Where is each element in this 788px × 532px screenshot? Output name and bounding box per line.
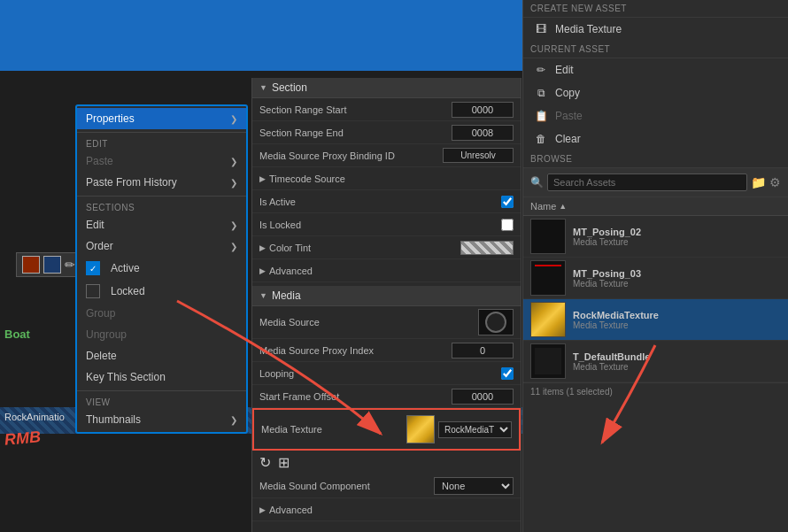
section-range-start-input[interactable] <box>452 102 514 118</box>
delete-menu-item[interactable]: Delete <box>77 345 246 366</box>
paste-from-history-menu-item[interactable]: Paste From History ❯ <box>77 172 246 193</box>
paste-asset-item[interactable]: 📋 Paste <box>523 104 788 127</box>
properties-menu-item[interactable]: Properties ❯ <box>77 108 246 129</box>
divider-3 <box>77 390 246 391</box>
search-icon: 🔍 <box>530 176 544 189</box>
brush-tools-bar: ✏ <box>16 252 81 277</box>
media-sound-dropdown[interactable]: None <box>434 477 514 495</box>
color-tint-swatch[interactable] <box>460 241 514 255</box>
media-texture-link-icon[interactable]: ⊞ <box>278 454 290 471</box>
asset-type-4: Media Texture <box>573 362 781 372</box>
media-texture-create-item[interactable]: 🎞 Media Texture <box>523 18 788 41</box>
group-menu-item[interactable]: Group <box>77 303 246 324</box>
timeline-rmb-label: RMB <box>4 428 42 449</box>
folder-icon[interactable]: 📁 <box>751 175 766 189</box>
asset-panel: CREATE NEW ASSET 🎞 Media Texture CURRENT… <box>522 0 788 532</box>
edit-asset-label: Edit <box>555 64 574 76</box>
asset-thumb-img-1 <box>535 223 561 250</box>
media-texture-buttons: ↻ ⊞ <box>252 451 521 474</box>
order-arrow: ❯ <box>230 242 237 251</box>
copy-asset-item[interactable]: ⧉ Copy <box>523 81 788 104</box>
locked-checkbox[interactable] <box>86 284 100 298</box>
asset-info-4: T_DefaultBundle Media Texture <box>573 351 781 372</box>
start-frame-offset-input[interactable] <box>452 389 514 405</box>
advanced-row-1: ▶ Advanced <box>252 259 521 282</box>
section-range-start-label: Section Range Start <box>259 104 452 115</box>
asset-thumb-img-2 <box>535 265 561 291</box>
asset-type-2: Media Texture <box>573 279 781 289</box>
edit-arrow: ❯ <box>230 220 237 230</box>
asset-thumb-3 <box>530 302 566 337</box>
edit-asset-icon: ✏ <box>534 63 548 77</box>
section-header-label: Section <box>272 81 307 94</box>
timecode-triangle: ▶ <box>259 174 266 183</box>
thumbnails-menu-item[interactable]: Thumbnails ❯ <box>77 409 246 430</box>
looping-label: Looping <box>259 368 501 379</box>
name-label: Name <box>530 201 556 212</box>
asset-info-2: MT_Posing_03 Media Texture <box>573 268 781 289</box>
clear-asset-label: Clear <box>555 133 581 145</box>
asset-name-3: RockMediaTexture <box>573 310 781 320</box>
ungroup-menu-item[interactable]: Ungroup <box>77 324 246 345</box>
section-range-end-row: Section Range End <box>252 121 521 144</box>
search-input[interactable] <box>547 173 747 191</box>
order-menu-item[interactable]: Order ❯ <box>77 235 246 257</box>
media-source-proxy-index-input[interactable] <box>452 343 514 359</box>
media-source-proxy-row: Media Source Proxy Binding ID <box>252 144 521 167</box>
asset-row-3[interactable]: RockMediaTexture Media Texture <box>523 299 788 341</box>
media-source-thumb[interactable] <box>478 309 514 335</box>
asset-type-1: Media Texture <box>573 237 781 247</box>
color-swatch-red[interactable] <box>22 256 40 274</box>
active-checkbox[interactable]: ✓ <box>86 261 100 275</box>
paste-asset-label: Paste <box>555 110 583 122</box>
section-range-start-row: Section Range Start <box>252 98 521 121</box>
locked-menu-item[interactable]: Locked <box>77 280 246 303</box>
blue-background <box>0 0 522 71</box>
advanced-label-1: Advanced <box>269 266 514 276</box>
timecode-source-row: ▶ Timecode Source <box>252 167 521 190</box>
asset-name-1: MT_Posing_02 <box>573 227 781 237</box>
paste-asset-icon: 📋 <box>534 109 548 123</box>
edit-section-label: EDIT <box>77 135 246 150</box>
is-active-checkbox[interactable] <box>501 196 514 208</box>
is-locked-checkbox[interactable] <box>501 219 514 231</box>
media-texture-dropdown[interactable]: RockMediaT <box>438 421 512 438</box>
asset-row-4[interactable]: T_DefaultBundle Media Texture <box>523 341 788 382</box>
media-source-proxy-index-row: Media Source Proxy Index <box>252 339 521 362</box>
color-tint-label: Color Tint <box>269 243 460 253</box>
edit-menu-item[interactable]: Edit ❯ <box>77 214 246 235</box>
key-this-section-menu-item[interactable]: Key This Section <box>77 366 246 388</box>
media-section-header: ▼ Media <box>252 286 521 306</box>
pencil-icon[interactable]: ✏ <box>65 258 75 272</box>
section-range-end-label: Section Range End <box>259 127 452 138</box>
media-source-disk <box>485 312 506 333</box>
media-texture-refresh-icon[interactable]: ↻ <box>259 454 271 471</box>
view-section-label: VIEW <box>77 394 246 409</box>
media-texture-create-icon: 🎞 <box>534 22 548 36</box>
media-source-proxy-input[interactable] <box>443 148 514 163</box>
clear-asset-item[interactable]: 🗑 Clear <box>523 127 788 150</box>
edit-asset-item[interactable]: ✏ Edit <box>523 58 788 81</box>
timeline-rock-label: RockAnimatio <box>4 412 65 422</box>
start-frame-offset-label: Start Frame Offset <box>259 391 452 402</box>
section-header: ▼ Section <box>252 78 521 98</box>
advanced-row-2: ▶ Advanced <box>252 498 521 521</box>
asset-info-3: RockMediaTexture Media Texture <box>573 310 781 330</box>
color-tint-row: ▶ Color Tint <box>252 236 521 259</box>
start-frame-offset-row: Start Frame Offset <box>252 385 521 408</box>
active-menu-item[interactable]: ✓ Active <box>77 257 246 280</box>
color-tint-triangle: ▶ <box>259 243 266 252</box>
media-source-proxy-label: Media Source Proxy Binding ID <box>259 150 443 161</box>
media-source-row: Media Source <box>252 306 521 339</box>
looping-checkbox[interactable] <box>501 367 514 380</box>
paste-menu-item[interactable]: Paste ❯ <box>77 150 246 172</box>
asset-row-1[interactable]: MT_Posing_02 Media Texture <box>523 216 788 258</box>
color-swatch-blue[interactable] <box>43 256 61 274</box>
asset-type-3: Media Texture <box>573 320 781 330</box>
settings-icon[interactable]: ⚙ <box>769 175 781 189</box>
is-locked-label: Is Locked <box>259 220 501 230</box>
section-range-end-input[interactable] <box>452 125 514 141</box>
asset-row-2[interactable]: MT_Posing_03 Media Texture <box>523 258 788 299</box>
paste-arrow: ❯ <box>230 157 237 166</box>
search-row: 🔍 📁 ⚙ <box>523 168 788 197</box>
